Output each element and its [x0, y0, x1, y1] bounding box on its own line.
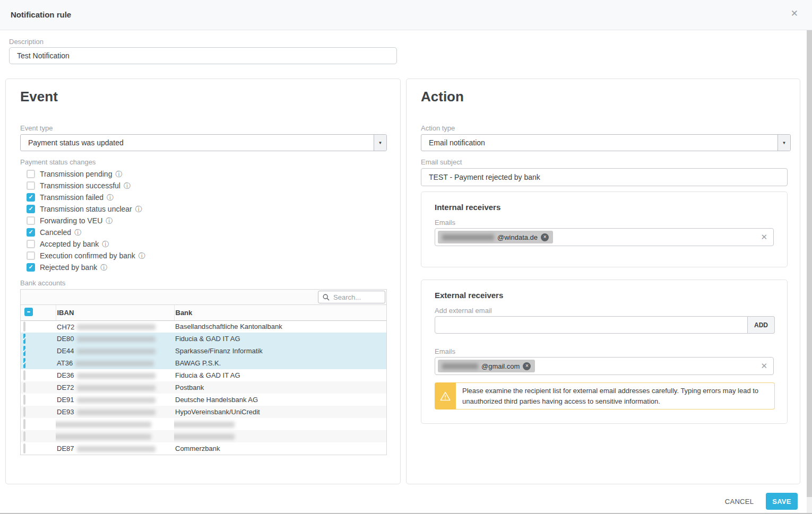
- event-heading: Event: [20, 89, 386, 104]
- add-email-row: ADD: [435, 316, 775, 334]
- status-item-canceled[interactable]: Canceled ⓘ: [27, 226, 386, 238]
- row-checkbox[interactable]: [23, 431, 25, 441]
- status-label: Forwarding to VEU: [40, 216, 102, 225]
- cancel-button[interactable]: CANCEL: [723, 496, 756, 506]
- checkbox[interactable]: [27, 181, 35, 190]
- info-icon[interactable]: ⓘ: [115, 171, 122, 178]
- event-panel: Event Event type Payment status was upda…: [5, 79, 401, 484]
- table-row[interactable]: DE44 Sparkasse/Finanz Informatik: [21, 345, 386, 357]
- row-checkbox-cell: [21, 345, 56, 357]
- iban-prefix: CH72: [57, 323, 74, 331]
- iban-prefix: DE91: [57, 396, 74, 404]
- event-type-value: Payment status was updated: [28, 138, 124, 147]
- status-item-forwarding-to-veu[interactable]: Forwarding to VEU ⓘ: [27, 215, 386, 226]
- add-external-email-label: Add external email: [435, 307, 774, 315]
- description-input[interactable]: Test Notification: [9, 47, 397, 64]
- internal-emails-field[interactable]: @windata.de × ✕: [435, 228, 774, 246]
- clear-field-icon[interactable]: ✕: [761, 362, 767, 370]
- status-item-execution-confirmed-by-bank[interactable]: Execution confirmed by bank ⓘ: [27, 250, 386, 262]
- checkbox[interactable]: [27, 263, 35, 272]
- table-row[interactable]: [21, 418, 386, 430]
- row-checkbox[interactable]: [23, 321, 25, 332]
- chip-remove-icon[interactable]: ×: [523, 362, 531, 370]
- redacted-iban: [77, 349, 156, 354]
- checkbox[interactable]: [27, 205, 35, 213]
- table-row[interactable]: DE93 HypoVereinsbank/UniCredit: [21, 406, 386, 418]
- redacted-iban: [77, 385, 156, 391]
- search-input[interactable]: Search...: [318, 291, 385, 303]
- email-chip-suffix: @windata.de: [497, 233, 538, 241]
- event-type-select[interactable]: Payment status was updated ▼: [20, 134, 387, 151]
- row-checkbox[interactable]: [23, 358, 25, 368]
- status-item-rejected-by-bank[interactable]: Rejected by bank ⓘ: [27, 262, 386, 273]
- payment-status-changes-label: Payment status changes: [20, 158, 386, 167]
- bank-name: Postbank: [175, 384, 204, 391]
- table-row[interactable]: DE80 Fiducia & GAD IT AG: [21, 333, 386, 345]
- info-icon[interactable]: ⓘ: [135, 206, 142, 213]
- table-row[interactable]: CH72 Basellandschaftliche Kantonalbank: [21, 320, 386, 333]
- status-item-transmission-status-unclear[interactable]: Transmission status unclear ⓘ: [27, 203, 386, 215]
- info-icon[interactable]: ⓘ: [139, 252, 145, 259]
- email-chip-suffix: @gmail.com: [481, 362, 520, 370]
- close-icon[interactable]: ✕: [791, 9, 798, 18]
- checkbox[interactable]: [27, 193, 35, 202]
- row-checkbox[interactable]: [23, 382, 25, 393]
- status-item-transmission-pending[interactable]: Transmission pending ⓘ: [27, 168, 386, 180]
- add-email-input[interactable]: [435, 316, 748, 334]
- table-row[interactable]: AT36 BAWAG P.S.K.: [21, 357, 386, 369]
- external-emails-field[interactable]: @gmail.com × ✕: [435, 357, 774, 375]
- checkbox[interactable]: [27, 170, 35, 178]
- iban-cell: DE80: [56, 333, 174, 345]
- table-row[interactable]: DE72 Postbank: [21, 381, 386, 394]
- table-row[interactable]: DE91 Deutsche Handelsbank AG: [21, 394, 386, 406]
- scrollbar-thumb[interactable]: [807, 30, 812, 497]
- info-icon[interactable]: ⓘ: [74, 229, 81, 236]
- info-icon[interactable]: ⓘ: [102, 241, 109, 248]
- info-icon[interactable]: ⓘ: [107, 194, 114, 201]
- redacted-iban: [77, 324, 156, 330]
- add-button[interactable]: ADD: [748, 316, 775, 334]
- external-receivers-card: External receivers Add external email AD…: [421, 280, 788, 424]
- status-label: Transmission failed: [40, 193, 103, 202]
- row-checkbox[interactable]: [23, 443, 25, 454]
- table-row[interactable]: DE87 Commerzbank: [21, 442, 386, 455]
- save-button[interactable]: SAVE: [766, 493, 798, 510]
- bank-cell: Fiducia & GAD IT AG: [174, 369, 386, 381]
- redacted-bank: [174, 422, 235, 428]
- checkbox[interactable]: [27, 251, 35, 260]
- select-all-checkbox[interactable]: [24, 308, 33, 316]
- action-type-select[interactable]: Email notification ▼: [421, 134, 791, 151]
- email-chip: @gmail.com ×: [438, 360, 535, 372]
- iban-prefix: DE44: [57, 347, 74, 355]
- row-checkbox-cell: [21, 369, 56, 381]
- row-checkbox[interactable]: [23, 419, 25, 429]
- email-subject-input[interactable]: TEST - Payment rejected by bank: [421, 168, 788, 186]
- bank-name: BAWAG P.S.K.: [175, 359, 221, 367]
- info-icon[interactable]: ⓘ: [106, 217, 113, 224]
- redacted-iban: [75, 361, 154, 367]
- table-row[interactable]: [21, 430, 386, 442]
- row-checkbox[interactable]: [23, 370, 25, 380]
- status-item-accepted-by-bank[interactable]: Accepted by bank ⓘ: [27, 238, 386, 250]
- checkbox[interactable]: [27, 216, 35, 225]
- info-icon[interactable]: ⓘ: [124, 182, 131, 189]
- checkbox[interactable]: [27, 240, 35, 248]
- status-label: Transmission pending: [40, 170, 112, 178]
- row-checkbox[interactable]: [23, 334, 25, 344]
- chevron-down-icon[interactable]: ▼: [778, 135, 790, 151]
- bank-cell: BAWAG P.S.K.: [174, 357, 386, 369]
- row-checkbox[interactable]: [23, 395, 25, 405]
- status-item-transmission-successful[interactable]: Transmission successful ⓘ: [27, 180, 386, 191]
- checkbox[interactable]: [27, 228, 35, 237]
- chevron-down-icon[interactable]: ▼: [374, 135, 386, 151]
- chip-remove-icon[interactable]: ×: [541, 233, 549, 241]
- table-row[interactable]: DE36 Fiducia & GAD IT AG: [21, 369, 386, 381]
- info-icon[interactable]: ⓘ: [100, 264, 107, 271]
- status-item-transmission-failed[interactable]: Transmission failed ⓘ: [27, 191, 386, 203]
- bank-cell: Commerzbank: [174, 442, 386, 455]
- redacted-iban: [77, 446, 156, 452]
- iban-cell: DE36: [56, 369, 174, 381]
- row-checkbox[interactable]: [23, 407, 25, 417]
- clear-field-icon[interactable]: ✕: [761, 233, 767, 241]
- row-checkbox[interactable]: [23, 346, 25, 356]
